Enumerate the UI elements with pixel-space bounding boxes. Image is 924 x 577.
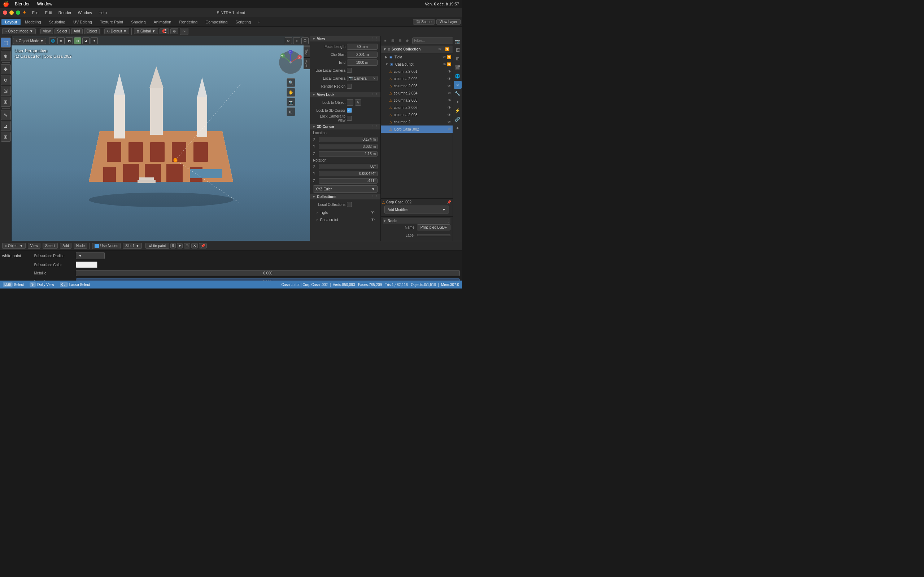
outliner-icon-4[interactable]: ⊕ — [404, 37, 410, 44]
col2-eye[interactable]: 👁 — [447, 77, 451, 81]
rotation-mode-dropdown[interactable]: XYZ Euler ▼ — [313, 185, 378, 193]
obj-pin-icon[interactable]: 📌 — [447, 200, 451, 204]
overlays-toggle[interactable]: ≡ — [293, 37, 300, 44]
collections-header[interactable]: ▼ Collections ⋮⋮ — [310, 194, 380, 200]
mode-selector[interactable]: ○ Object Mode ▼ — [2, 28, 36, 34]
gizmos-toggle[interactable]: ⊙ — [285, 37, 292, 44]
outliner-item-col-3[interactable]: △ columna 2.003 👁 — [381, 82, 452, 89]
scene-props-icon[interactable]: 🎬 — [454, 63, 462, 71]
outliner-item-casa-collection[interactable]: ▼ ▣ Casa cu tot 👁 🔽 — [381, 61, 452, 68]
menu-edit[interactable]: Edit — [43, 10, 54, 16]
object-menu[interactable]: Object — [84, 28, 100, 34]
node-name-value[interactable]: Principled BSDF — [417, 224, 451, 230]
grid-btn[interactable]: ⊞ — [287, 108, 295, 116]
close-button[interactable] — [3, 10, 7, 15]
tool-select[interactable]: ⬚ — [1, 37, 11, 48]
outliner-item-col-4[interactable]: △ columna 2.004 👁 — [381, 89, 452, 97]
collection-tigla-eye[interactable]: 👁 — [371, 210, 375, 214]
scene-selector[interactable]: 🎬 Scene — [413, 19, 435, 24]
cursor-y-value[interactable]: -3.032 m — [319, 144, 378, 149]
apple-icon[interactable]: 🍎 — [3, 1, 9, 7]
output-props-icon[interactable]: 🖼 — [454, 46, 462, 54]
lock-camera-checkbox[interactable] — [347, 116, 352, 121]
tool-measure[interactable]: ⊿ — [1, 121, 11, 131]
viewport-rendered-btn[interactable]: ● — [90, 37, 98, 44]
physics-props-icon[interactable]: ⚡ — [454, 107, 462, 115]
outliner-item-col-main[interactable]: △ columna 2 👁 — [381, 118, 452, 126]
object-props-icon[interactable]: ○ — [454, 81, 462, 89]
xray-toggle[interactable]: ☐ — [301, 37, 309, 44]
collection-casa-name[interactable]: Casa cu tot — [320, 218, 368, 222]
add-modifier-button[interactable]: Add Modifier ▼ — [384, 206, 449, 213]
focal-length-value[interactable]: 50 mm — [347, 44, 378, 50]
use-nodes-btn[interactable]: Use Nodes — [92, 243, 121, 249]
menu-help[interactable]: Help — [96, 10, 109, 16]
material-heart[interactable]: ♥ — [177, 243, 183, 248]
outliner-item-col-1[interactable]: △ columna 2.001 👁 — [381, 68, 452, 75]
view-layer-props-icon[interactable]: ⊞ — [454, 55, 462, 63]
orientation-selector[interactable]: ↻ Default ▼ — [104, 28, 129, 34]
tab-animation[interactable]: Animation — [150, 19, 175, 25]
tab-sculpting[interactable]: Sculpting — [45, 19, 69, 25]
add-workspace-button[interactable]: + — [255, 18, 262, 26]
clip-start-value[interactable]: 0.001 m — [347, 52, 378, 58]
corp-casa-eye[interactable]: 👁 — [447, 127, 451, 131]
zoom-btn[interactable]: 🔍 — [287, 78, 295, 87]
tab-scripting[interactable]: Scripting — [232, 19, 254, 25]
local-camera-field[interactable]: 📷 Camera ✕ — [347, 76, 378, 81]
modifier-props-icon[interactable]: 🔧 — [454, 89, 462, 97]
tab-layout[interactable]: Layout — [2, 19, 21, 25]
outliner-item-col-6[interactable]: △ columna 2.006 👁 — [381, 104, 452, 111]
viewport-overlay-btn[interactable]: 🌐 — [49, 37, 56, 44]
view-section-header[interactable]: ▼ View ⋮⋮ — [310, 36, 380, 42]
collection-casa-eye[interactable]: 👁 — [371, 218, 375, 222]
bottom-object-btn[interactable]: ○ Object ▼ — [2, 243, 26, 249]
outliner-item-col-8[interactable]: △ columna 2.008 👁 — [381, 111, 452, 118]
tool-add[interactable]: ⊞ — [1, 132, 11, 142]
bottom-add-btn[interactable]: Add — [60, 243, 71, 249]
outliner-item-tigla-collection[interactable]: ▶ ▣ Tigla 👁 🔽 — [381, 53, 452, 61]
collection-tigla-name[interactable]: Tigla — [320, 211, 368, 214]
outliner-item-col-2[interactable]: △ columna 2.002 👁 — [381, 75, 452, 82]
view-tab[interactable]: View — [304, 58, 310, 69]
tigla-restrict-icon[interactable]: 🔽 — [447, 55, 451, 59]
tab-compositing[interactable]: Compositing — [202, 19, 231, 25]
outliner-item-col-5[interactable]: △ columna 2.005 👁 — [381, 97, 452, 104]
material-pin[interactable]: 📌 — [199, 243, 207, 248]
hand-btn[interactable]: ✋ — [287, 88, 295, 97]
select-menu[interactable]: Select — [55, 28, 69, 34]
scene-restrict-1[interactable]: 👁 — [437, 46, 443, 53]
camera-btn[interactable]: 📷 — [287, 98, 295, 106]
clip-end-value[interactable]: 1000 m — [347, 60, 378, 66]
cursor-3d-header[interactable]: ▼ 3D Cursor ⋮⋮ — [310, 124, 380, 129]
lock-object-eyedropper[interactable]: ✎ — [355, 99, 361, 106]
tab-rendering[interactable]: Rendering — [175, 19, 201, 25]
use-local-camera-checkbox[interactable] — [347, 68, 352, 73]
bottom-node-btn[interactable]: Node — [74, 243, 87, 249]
material-close[interactable]: ✕ — [191, 243, 198, 248]
subsurface-color-swatch[interactable] — [76, 261, 97, 268]
casa-eye-icon[interactable]: 👁 — [443, 62, 446, 66]
cursor-ry-value[interactable]: 0.000474° — [319, 171, 378, 176]
viewport-render-btn[interactable]: ◩ — [66, 37, 73, 44]
col8-eye[interactable]: 👁 — [447, 113, 451, 117]
col1-eye[interactable]: 👁 — [447, 69, 451, 74]
outliner-icon-3[interactable]: ⊞ — [397, 37, 403, 44]
tab-uv-editing[interactable]: UV Editing — [69, 19, 96, 25]
tool-annotate[interactable]: ✎ — [1, 110, 11, 120]
proportional-options[interactable]: 〜 — [180, 28, 188, 35]
node-label-value[interactable] — [417, 234, 451, 236]
view-menu[interactable]: View — [40, 28, 53, 34]
render-region-checkbox[interactable] — [347, 84, 352, 89]
lock-object-checkbox[interactable] — [347, 99, 353, 106]
material-copy[interactable]: ⊟ — [184, 243, 190, 248]
viewport-material-btn[interactable]: ◕ — [82, 37, 89, 44]
view-lock-section-header[interactable]: ▼ View Lock ⋮⋮ — [310, 92, 380, 97]
minimize-button[interactable] — [10, 10, 14, 15]
scene-restrict-2[interactable]: 🔽 — [444, 46, 451, 53]
proportional-edit[interactable]: ⊙ — [170, 28, 178, 34]
view-layer-selector[interactable]: View Layer — [436, 19, 460, 24]
tool-rotate[interactable]: ↻ — [1, 75, 11, 85]
casa-restrict-icon[interactable]: 🔽 — [447, 62, 451, 66]
material-field[interactable]: white paint — [145, 243, 169, 249]
